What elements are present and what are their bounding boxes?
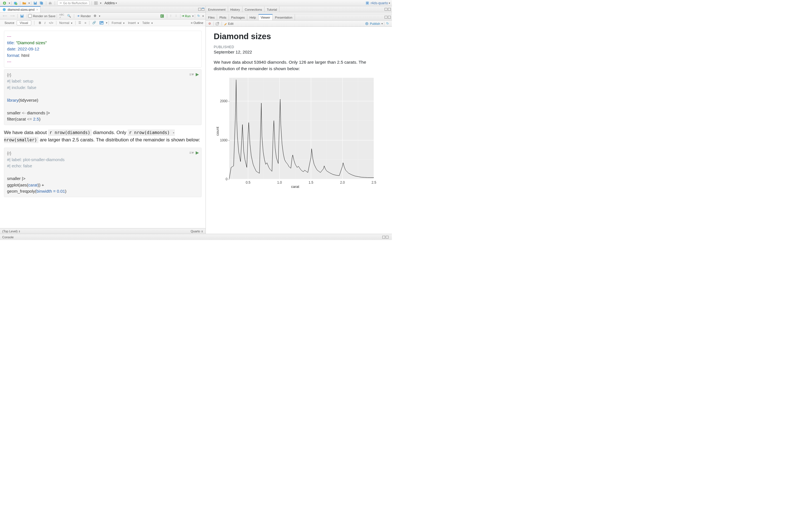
source-mode-button[interactable]: Source [2,20,17,25]
svg-point-22 [100,22,101,22]
right-pane: Environment History Connections Tutorial… [206,6,392,234]
tab-environment[interactable]: Environment [206,6,228,12]
tab-presentation[interactable]: Presentation [273,14,295,20]
tab-files[interactable]: Files [206,14,217,20]
viewer-toolbar: ⊘ Edit Publish ▾ ↻ [206,20,392,27]
italic-button[interactable]: I [43,21,47,24]
run-chunk-icon[interactable]: ▶ [196,150,199,156]
close-icon[interactable]: × [36,8,38,11]
file-type-selector[interactable]: Quarto ⇕ [191,230,203,233]
svg-rect-6 [41,2,43,4]
viewer-body: Diamond sizes PUBLISHED September 12, 20… [206,27,392,234]
svg-text:R: R [366,2,368,5]
code-chunk-plot[interactable]: ≡▾ ▶ {r} #| label: plot-smaller-diamonds… [4,148,202,197]
back-icon[interactable]: ⟵ [2,13,8,18]
viewer-tab-bar: Files Plots Packages Help Viewer Present… [206,14,392,20]
tab-connections[interactable]: Connections [243,6,264,12]
edit-button[interactable]: Edit [223,21,234,26]
maximize-pane-icon[interactable] [388,8,391,11]
bold-button[interactable]: B [38,21,42,24]
tab-help[interactable]: Help [247,14,259,20]
console-bar[interactable]: Console [0,234,392,240]
stop-icon[interactable]: ⊘ [207,21,212,26]
svg-rect-11 [96,1,97,3]
style-dropdown[interactable]: Normal ▾ [58,21,73,24]
link-button[interactable]: 🔗 [91,21,97,24]
svg-text:2.0: 2.0 [340,180,345,184]
new-project-icon[interactable] [13,1,18,6]
svg-rect-12 [94,3,95,4]
file-tab[interactable]: diamond-sizes.qmd × [0,6,41,12]
grid-icon[interactable] [93,1,99,6]
code-button[interactable]: </> [48,21,54,24]
svg-text:1.0: 1.0 [277,180,282,184]
spellcheck-icon[interactable]: ABC✓ [58,13,66,18]
outline-button[interactable]: ≡Outline [191,21,203,24]
minimize-pane-icon[interactable] [198,8,201,11]
document-text: We have data about 53940 diamonds. Only … [214,59,384,72]
run-above-icon[interactable]: ≡▾ [189,71,194,78]
editor-body[interactable]: --- title: "Diamond sizes" date: 2022-09… [0,26,206,228]
refresh-icon[interactable]: ↻ [386,21,390,26]
render-on-save-checkbox[interactable]: Render on Save [28,14,56,18]
code-chunk-setup[interactable]: ≡▾ ▶ {r} #| label: setup #| include: fal… [4,69,202,125]
source-pane: diamond-sizes.qmd × ⟵ ⟶ Render on Save A… [0,6,206,234]
maximize-pane-icon[interactable] [388,16,391,18]
save-all-icon[interactable] [39,1,44,6]
addins-menu[interactable]: Addins▾ [104,1,118,6]
svg-text:-: - [229,177,230,181]
tab-packages[interactable]: Packages [229,14,247,20]
tab-tutorial[interactable]: Tutorial [264,6,280,12]
caret-icon[interactable]: ▾ [100,2,101,4]
run-chunk-icon[interactable]: ▶ [196,71,199,78]
numbered-list-button[interactable]: ≡ [84,21,87,24]
image-button[interactable] [98,21,105,24]
published-label: PUBLISHED [214,45,384,49]
svg-text:2000: 2000 [220,99,227,103]
go-down-chunk-icon[interactable]: ⇩ [174,13,179,18]
prose-paragraph[interactable]: We have data about r nrow(diamonds) diam… [4,129,202,144]
yaml-frontmatter[interactable]: --- title: "Diamond sizes" date: 2022-09… [4,31,202,68]
tab-plots[interactable]: Plots [217,14,229,20]
bullet-list-button[interactable]: ☰ [77,21,82,24]
forward-icon[interactable]: ⟶ [9,13,16,18]
inline-code[interactable]: r nrow(diamonds) [48,129,92,136]
x-axis-label: carat [291,184,299,189]
svg-text:2.5: 2.5 [371,180,376,184]
minimize-pane-icon[interactable] [382,236,385,238]
minimize-pane-icon[interactable] [385,8,388,11]
gear-icon[interactable]: ⚙ [93,13,98,18]
open-file-icon[interactable] [21,1,27,6]
svg-rect-9 [49,3,51,4]
popout-icon[interactable] [215,21,220,26]
caret-icon[interactable]: ▾ [9,2,10,4]
minimize-pane-icon[interactable] [385,16,388,18]
run-above-icon[interactable]: ≡▾ [189,150,194,156]
goto-file-input[interactable]: ➔ Go to file/function [57,1,89,5]
render-button[interactable]: ➜Render [75,14,93,18]
visual-mode-button[interactable]: Visual [17,20,31,25]
print-icon[interactable] [47,1,53,6]
svg-text:0: 0 [225,177,227,181]
insert-menu[interactable]: Insert ▾ [127,21,140,24]
format-menu[interactable]: Format ▾ [110,21,126,24]
table-menu[interactable]: Table ▾ [141,21,154,24]
caret-icon[interactable]: ▾ [29,2,30,4]
add-chunk-icon[interactable]: C [159,13,165,18]
run-button[interactable]: ➜ Run▾ [182,14,194,18]
restart-icon[interactable]: ↻ [196,13,201,18]
svg-rect-26 [229,78,374,179]
maximize-pane-icon[interactable] [202,8,204,11]
save-icon[interactable] [33,1,38,6]
maximize-pane-icon[interactable] [386,236,389,238]
go-up-chunk-icon[interactable]: ⇧ [168,13,173,18]
find-icon[interactable]: 🔍 [66,13,72,18]
save-icon[interactable] [19,13,25,18]
project-menu[interactable]: R r4ds-quarto▾ [365,1,390,5]
new-file-icon[interactable] [2,1,7,6]
scope-selector[interactable]: (Top Level) ⇕ [2,230,20,233]
svg-text:C: C [161,14,163,18]
publish-button[interactable]: Publish ▾ [365,22,383,25]
tab-history[interactable]: History [228,6,243,12]
tab-viewer[interactable]: Viewer [259,14,273,20]
